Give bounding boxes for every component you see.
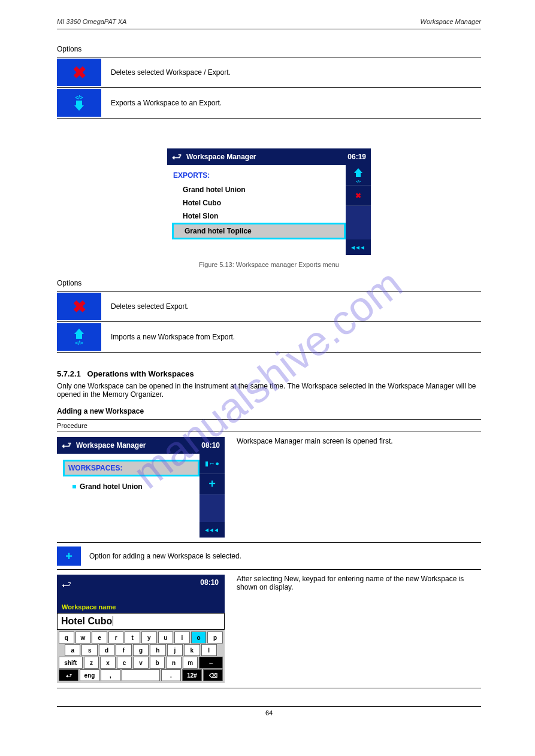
key-e[interactable]: e [92,631,107,643]
clock-3: 08:10 [200,578,219,587]
key-y[interactable]: y [141,631,157,643]
figure-caption: Figure 5.13: Workspace manager Exports m… [57,261,481,268]
key-space[interactable] [122,669,160,681]
delete-button[interactable]: ✖ [57,59,101,86]
toggle-button[interactable]: ▮↔● [200,454,225,474]
active-dot-icon [72,485,76,488]
key-k[interactable]: k [184,644,200,656]
screen-title-2: Workspace Manager [76,441,146,450]
svg-marker-6 [74,329,84,334]
list-item-selected[interactable]: Grand hotel Toplice [172,223,346,239]
svg-text:</>: </> [75,340,83,346]
section-intro: Only one Workspace can be opened in the … [57,382,481,399]
key-z[interactable]: z [84,657,99,669]
page-number: 64 [57,706,481,716]
options-label: Options [57,45,481,53]
key-o[interactable]: o [191,631,207,643]
add-button[interactable]: + [57,546,81,566]
workspaces-label[interactable]: WORKSPACES: [63,460,200,476]
svg-text:</>: </> [356,180,361,183]
svg-text:</>: </> [75,95,83,101]
more-button-2[interactable]: ◂◂◂ [200,522,225,538]
key-g[interactable]: g [133,644,149,656]
close-icon: ✖ [72,297,86,317]
header-left: MI 3360 OmegaPAT XA [57,18,126,25]
key-period[interactable]: . [161,669,181,681]
export-down-icon: </> [69,93,89,113]
more-button[interactable]: ◂◂◂ [346,239,371,255]
svg-rect-1 [76,101,82,105]
key-q[interactable]: q [59,631,74,643]
svg-marker-2 [74,105,84,111]
close-icon: ✖ [72,63,86,83]
key-h[interactable]: h [150,644,165,656]
export-text: Exports a Workspace to an Export. [111,99,222,107]
back-icon[interactable]: ⮐ [62,579,71,590]
add-side-button[interactable]: + [200,474,225,494]
plus-icon: + [65,549,72,563]
import-up-icon: </> [69,327,89,347]
svg-marker-3 [354,168,362,173]
delete-text-2: Deletes selected Export. [111,302,189,311]
clock: 06:19 [347,153,366,161]
list-item[interactable]: Grand hotel Union [172,183,346,196]
key-t[interactable]: t [125,631,140,643]
key-shift[interactable]: shift [59,657,83,669]
list-item[interactable]: Hotel Slon [172,210,346,223]
svg-rect-7 [76,334,82,339]
import-up-button[interactable]: </> [346,165,371,186]
workspace-name-label: Workspace name [62,603,116,611]
key-u[interactable]: u [158,631,174,643]
key-l[interactable]: l [201,644,217,656]
options-label-2: Options [57,279,481,287]
key-c[interactable]: c [117,657,132,669]
svg-rect-4 [356,173,361,177]
key-a[interactable]: a [65,644,80,656]
subsection-head: Adding a new Workspace [57,407,481,415]
add-option-text: Option for adding a new Workspace is sel… [89,552,481,560]
export-button[interactable]: </> [57,89,101,117]
header-right: Workspace Manager [421,18,482,25]
section-title: Operations with Workspaces [87,369,194,378]
list-item[interactable]: Hotel Cubo [172,196,346,210]
back-icon[interactable]: ⮐ [172,151,182,162]
exports-screenshot: ⮐ Workspace Manager 06:19 EXPORTS: Grand… [167,148,371,255]
workspaces-screenshot: ⮐ Workspace Manager 08:10 WORKSPACES: Gr… [57,437,225,538]
key-p[interactable]: p [207,631,223,643]
key-w[interactable]: w [75,631,91,643]
key-comma[interactable]: , [101,669,120,681]
close-icon: ✖ [355,192,361,200]
clock-2: 08:10 [201,441,220,450]
key-s[interactable]: s [81,644,97,656]
exports-label: EXPORTS: [173,171,346,180]
procedure-label: Procedure [57,422,481,429]
workspace-name-input[interactable]: Hotel Cubo [57,613,225,630]
key-d[interactable]: d [99,644,114,656]
keyboard-screenshot: ⮐ 08:10 Workspace name Hotel Cubo q w e … [57,575,225,683]
key-x[interactable]: x [100,657,116,669]
key-i[interactable]: i [174,631,190,643]
key-return[interactable]: ⮐ [59,669,78,681]
key-m[interactable]: m [183,657,198,669]
key-r[interactable]: r [108,631,124,643]
workspaces-caption: Workspace Manager main screen is opened … [237,437,481,445]
delete-side-button[interactable]: ✖ [346,186,371,206]
delete-text: Deletes selected Workspace / Export. [111,68,231,77]
import-text: Imports a new Workspace from Export. [111,333,235,341]
key-n[interactable]: n [166,657,182,669]
back-icon[interactable]: ⮐ [62,440,71,451]
key-f[interactable]: f [116,644,131,656]
key-v[interactable]: v [133,657,149,669]
keyboard-caption: After selecting New, keypad for entering… [237,575,481,591]
delete-button-2[interactable]: ✖ [57,293,101,320]
list-item[interactable]: Grand hotel Union [62,480,200,493]
screen-title: Workspace Manager [186,153,256,161]
key-enter[interactable]: ← [199,657,223,669]
section-number: 5.7.2.1 [57,369,81,378]
key-eng[interactable]: eng [80,669,99,681]
import-button[interactable]: </> [57,323,101,351]
key-b[interactable]: b [150,657,165,669]
key-j[interactable]: j [167,644,183,656]
key-numeric[interactable]: 12# [182,669,202,681]
key-backspace[interactable]: ⌫ [203,669,223,681]
